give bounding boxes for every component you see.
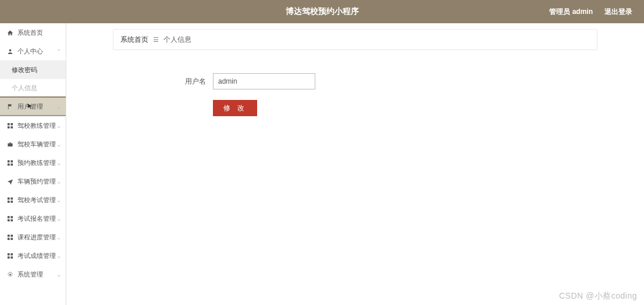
sidebar-item-label: 课程进度管理 [17,233,56,242]
svg-rect-11 [10,197,13,199]
grid-icon [6,160,14,166]
app-title: 博达驾校预约小程序 [286,6,359,17]
svg-rect-3 [7,126,9,128]
sidebar-item-coach-mgmt[interactable]: 驾校教练管理 ⌄ [0,116,66,135]
gear-icon [6,271,14,278]
sidebar-item-label: 驾校车辆管理 [17,140,56,149]
header-right: 管理员 admin 退出登录 [549,7,632,17]
form-row-username: 用户名 [171,73,644,89]
svg-rect-15 [10,216,13,218]
sidebar-item-vehicle-mgmt[interactable]: 驾校车辆管理 ⌄ [0,135,66,153]
svg-point-0 [9,49,11,51]
chevron-down-icon: ⌄ [56,141,61,148]
sidebar-item-label: 系统首页 [17,28,43,37]
chevron-down-icon: ⌄ [56,178,61,185]
sidebar-item-signup-mgmt[interactable]: 考试报名管理 ⌄ [0,209,66,228]
breadcrumb-root[interactable]: 系统首页 [120,35,148,45]
sidebar-item-label: 预约教练管理 [17,159,56,167]
submit-button[interactable]: 修 改 [213,100,257,116]
sidebar-item-reserve-coach[interactable]: 预约教练管理 ⌄ [0,153,66,172]
svg-rect-10 [7,197,9,199]
submenu-personal: 修改密码 个人信息 [0,60,66,98]
sidebar-item-user-mgmt[interactable]: 用户管理 ⌄ [0,98,66,116]
sidebar-item-change-password[interactable]: 修改密码 [0,60,66,79]
chevron-down-icon: ⌄ [56,160,61,166]
chevron-up-icon: ⌃ [56,48,61,55]
home-icon [6,30,14,36]
briefcase-icon [6,141,14,148]
svg-rect-12 [7,200,9,203]
chevron-down-icon: ⌄ [56,123,61,129]
sidebar-item-label: 车辆预约管理 [17,177,56,186]
sidebar-item-home[interactable]: 系统首页 [0,23,66,42]
watermark: CSDN @小蔡coding [559,291,637,302]
sidebar-item-label: 个人中心 [17,47,43,56]
sidebar: 系统首页 个人中心 ⌃ 修改密码 个人信息 用户管理 ⌄ [0,23,66,305]
chevron-down-icon: ⌄ [56,197,61,203]
username-input[interactable] [213,73,315,89]
svg-rect-16 [7,219,9,221]
sidebar-item-course-mgmt[interactable]: 课程进度管理 ⌄ [0,228,66,246]
sidebar-item-label: 修改密码 [12,66,37,74]
flag-icon [6,103,14,110]
grid-icon [6,123,14,129]
svg-rect-7 [10,160,13,162]
svg-rect-25 [10,256,13,259]
sidebar-item-label: 驾校考试管理 [17,196,56,204]
svg-rect-9 [10,163,13,166]
app-header: 博达驾校预约小程序 管理员 admin 退出登录 [0,0,644,23]
sidebar-item-label: 个人信息 [12,84,37,92]
logout-link[interactable]: 退出登录 [604,7,632,17]
form-area: 用户名 修 改 [171,73,644,116]
user-icon [6,48,14,55]
svg-rect-14 [7,216,9,218]
chevron-down-icon: ⌄ [56,103,61,110]
breadcrumb-current: 个人信息 [163,35,191,45]
sidebar-item-label: 考试成绩管理 [17,252,56,260]
svg-rect-1 [7,123,9,125]
svg-rect-20 [7,238,9,240]
breadcrumb-separator-icon: ☰ [153,36,159,44]
chevron-down-icon: ⌄ [56,253,61,259]
admin-label[interactable]: 管理员 admin [549,7,593,17]
breadcrumb: 系统首页 ☰ 个人信息 [113,29,597,50]
main-content: 系统首页 ☰ 个人信息 用户名 修 改 [66,23,644,305]
svg-point-26 [9,274,11,275]
svg-rect-23 [10,253,13,255]
cursor-icon [27,102,33,112]
plane-icon [6,178,14,185]
svg-rect-6 [7,160,9,162]
sidebar-item-label: 考试报名管理 [17,214,56,223]
grid-icon [6,253,14,259]
sidebar-item-label: 系统管理 [17,270,43,279]
svg-rect-8 [7,163,9,166]
chevron-down-icon: ⌄ [56,234,61,241]
svg-rect-13 [10,200,13,203]
svg-rect-4 [10,126,13,128]
svg-rect-17 [10,219,13,221]
svg-rect-21 [10,238,13,240]
sidebar-item-reserve-vehicle[interactable]: 车辆预约管理 ⌄ [0,172,66,191]
sidebar-item-score-mgmt[interactable]: 考试成绩管理 ⌄ [0,246,66,265]
chevron-down-icon: ⌄ [56,216,61,222]
svg-rect-19 [10,234,13,236]
svg-rect-2 [10,123,13,125]
sidebar-item-label: 驾校教练管理 [17,121,56,130]
sidebar-item-exam-mgmt[interactable]: 驾校考试管理 ⌄ [0,191,66,209]
svg-rect-18 [7,234,9,236]
grid-icon [6,216,14,222]
username-label: 用户名 [171,77,206,87]
sidebar-item-personal[interactable]: 个人中心 ⌃ [0,42,66,60]
sidebar-item-personal-info[interactable]: 个人信息 [0,79,66,98]
svg-rect-22 [7,253,9,255]
svg-rect-5 [8,143,12,146]
grid-icon [6,197,14,203]
chevron-down-icon: ⌄ [56,271,61,278]
svg-rect-24 [7,256,9,259]
sidebar-item-system-mgmt[interactable]: 系统管理 ⌄ [0,265,66,284]
grid-icon [6,234,14,241]
